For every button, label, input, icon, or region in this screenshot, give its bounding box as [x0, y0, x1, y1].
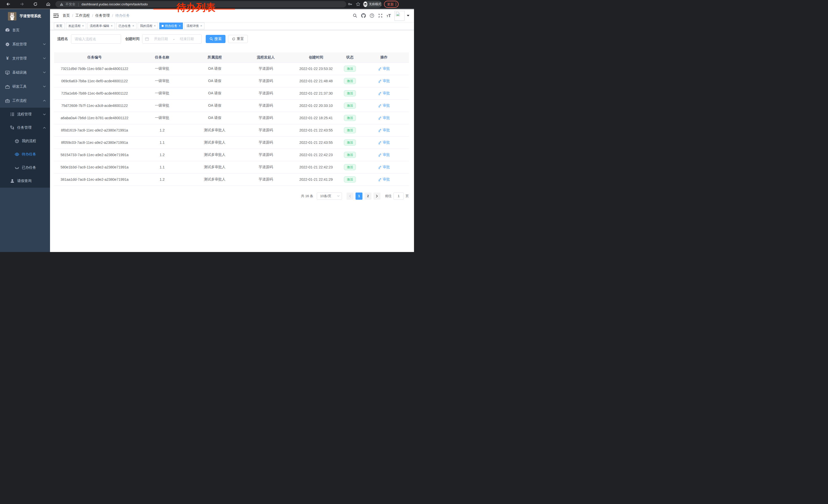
start-date-placeholder[interactable]: 开始日期 [149, 37, 173, 41]
table-row: a6aba0a4-7b6d-11ec-b781-acde48001122 一级审… [54, 112, 409, 124]
browser-update-button[interactable]: 更新 [384, 1, 399, 8]
gear-icon [5, 42, 10, 47]
url-text[interactable]: dashboard.yudao.iocoder.cn/bpm/task/todo [82, 2, 148, 6]
approve-link[interactable]: 审批 [378, 66, 390, 71]
close-icon[interactable]: × [82, 25, 84, 28]
search-button[interactable]: 搜索 [206, 35, 225, 43]
avatar[interactable] [395, 11, 405, 21]
approve-link[interactable]: 审批 [378, 103, 390, 108]
sidebar-collapse-icon[interactable] [53, 13, 58, 18]
approve-link[interactable]: 审批 [378, 91, 390, 96]
approve-link[interactable]: 审批 [378, 177, 390, 182]
sidebar-item-infrastructure[interactable]: 基础设施 [0, 65, 50, 80]
cell-task-id: a6aba0a4-7b6d-11ec-b781-acde48001122 [54, 112, 135, 124]
password-key-icon[interactable] [348, 2, 353, 6]
cell-task-name: 一级审批 [135, 62, 189, 75]
page-button-2[interactable]: 2 [365, 192, 371, 200]
edit-pen-icon [378, 165, 382, 169]
cell-task-id: 58154733-7ac8-11ec-a9e2-a2380e71991a [54, 149, 135, 161]
tag-process-detail[interactable]: 流程详情× [184, 22, 204, 29]
cell-status: 激活 [341, 149, 359, 161]
close-icon[interactable]: × [132, 25, 134, 28]
tag-done-tasks[interactable]: 已办任务× [116, 22, 136, 29]
sidebar-item-workflow[interactable]: 工作流程 [0, 94, 50, 108]
sidebar-item-dev-tools[interactable]: 研发工具 [0, 80, 50, 94]
cell-actions: 审批 [359, 112, 409, 124]
github-icon[interactable] [361, 13, 366, 18]
page-button-1[interactable]: 1 [356, 192, 363, 200]
approve-link[interactable]: 审批 [378, 128, 390, 133]
col-create-time: 创建时间 [291, 52, 341, 62]
cell-task-name: 1.1 [135, 161, 189, 173]
sidebar-item-process-management[interactable]: 流程管理 [0, 108, 50, 121]
approve-link[interactable]: 审批 [378, 79, 390, 83]
cell-starter: 芋道源码 [240, 62, 291, 75]
sidebar-item-todo-tasks[interactable]: 待办任务 [0, 148, 50, 161]
breadcrumb-task-management[interactable]: 任务管理 [95, 13, 110, 18]
cell-starter: 芋道源码 [240, 87, 291, 99]
chevron-down-icon [43, 113, 46, 116]
close-icon[interactable]: × [154, 25, 156, 28]
sidebar-item-home[interactable]: 首页 [0, 23, 50, 37]
approve-link[interactable]: 审批 [378, 116, 390, 120]
sidebar-item-leave-query[interactable]: 请假查询 [0, 174, 50, 188]
sidebar-item-done-tasks[interactable]: 已办任务 [0, 161, 50, 174]
approve-link[interactable]: 审批 [378, 140, 390, 145]
tag-todo-tasks[interactable]: 待办任务× [159, 22, 183, 29]
close-icon[interactable]: × [200, 25, 202, 28]
fullscreen-icon[interactable] [378, 13, 383, 18]
avatar-caret-icon[interactable] [407, 15, 409, 16]
security-label[interactable]: 不安全 [66, 2, 75, 7]
end-date-placeholder[interactable]: 结束日期 [175, 37, 199, 41]
bookmark-star-icon[interactable] [356, 2, 360, 6]
prev-page-button[interactable] [346, 192, 354, 200]
breadcrumb-current: 待办任务 [115, 13, 130, 18]
tag-home[interactable]: 首页 [54, 22, 65, 29]
page-size-select[interactable]: 10条/页 [317, 192, 342, 200]
approve-link[interactable]: 审批 [378, 152, 390, 157]
browser-menu-icon[interactable] [396, 3, 396, 6]
next-page-button[interactable] [373, 192, 380, 200]
refresh-icon [232, 37, 236, 41]
reset-button[interactable]: 重置 [228, 35, 248, 43]
cell-actions: 审批 [359, 173, 409, 186]
back-icon[interactable] [6, 2, 10, 6]
cell-status: 激活 [341, 136, 359, 149]
cell-process: OA 请假 [189, 99, 240, 112]
close-icon[interactable]: × [179, 25, 180, 28]
breadcrumb-workflow[interactable]: 工作流程 [75, 13, 90, 18]
sidebar-item-label: 已办任务 [22, 165, 36, 170]
date-range-picker[interactable]: 开始日期 - 结束日期 [142, 34, 202, 44]
chevron-up-icon [43, 99, 46, 102]
font-size-icon[interactable]: TT [386, 13, 391, 18]
approve-link[interactable]: 审批 [378, 165, 390, 170]
cell-status: 激活 [341, 62, 359, 75]
help-icon[interactable]: ? [370, 13, 374, 18]
process-name-input[interactable] [71, 34, 121, 44]
status-badge: 激活 [344, 176, 356, 183]
app-logo-block[interactable]: 芋道管理系统 [0, 9, 50, 23]
tag-my-processes[interactable]: 我的流程× [138, 22, 158, 29]
sidebar-item-my-processes[interactable]: 我的流程 [0, 134, 50, 148]
edit-pen-icon [378, 129, 382, 132]
cell-status: 激活 [341, 87, 359, 99]
sidebar-item-system[interactable]: 系统管理 [0, 37, 50, 51]
sidebar-item-payment[interactable]: ¥ 支付管理 [0, 51, 50, 65]
sidebar-item-task-management[interactable]: 任务管理 [0, 121, 50, 134]
tags-view: 首页 发起流程× 流程表单-编辑× 已办任务× 我的流程× 待办任务× 流程详情… [50, 22, 414, 30]
goto-page-input[interactable] [394, 192, 404, 200]
sidebar-item-label: 待办任务 [22, 152, 36, 156]
cell-status: 激活 [341, 112, 359, 124]
tag-process-form-edit[interactable]: 流程表单-编辑× [87, 22, 115, 29]
reload-icon[interactable] [33, 2, 38, 6]
forward-icon[interactable] [20, 2, 25, 6]
close-icon[interactable]: × [111, 25, 113, 28]
breadcrumb-home[interactable]: 首页 [63, 13, 70, 18]
range-separator: - [173, 37, 175, 41]
search-icon[interactable] [353, 13, 357, 18]
home-icon[interactable] [46, 2, 50, 6]
tag-start-process[interactable]: 发起流程× [66, 22, 86, 29]
sidebar-item-label: 支付管理 [12, 56, 27, 61]
cell-task-id: 75d72608-7b7f-11ec-a3c8-acde48001122 [54, 99, 135, 112]
update-label[interactable]: 更新 [387, 2, 394, 7]
